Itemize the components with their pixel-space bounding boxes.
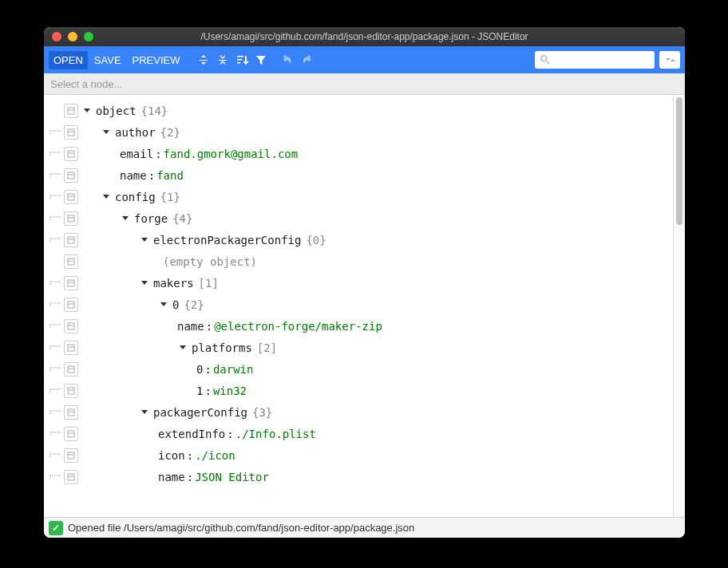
node-key[interactable]: forge <box>134 212 168 225</box>
context-menu-icon[interactable] <box>64 319 78 333</box>
drag-handle-icon[interactable] <box>49 427 61 441</box>
path-bar[interactable]: Select a node... <box>44 73 685 95</box>
context-menu-icon[interactable] <box>64 341 78 355</box>
node-key[interactable]: email <box>120 148 153 160</box>
tree-row[interactable]: 0{2} <box>47 294 673 315</box>
open-button[interactable]: OPEN <box>49 51 88 69</box>
node-key[interactable]: extendInfo <box>158 428 225 440</box>
expand-icon[interactable] <box>101 127 112 138</box>
expand-icon[interactable] <box>158 299 169 310</box>
context-menu-icon[interactable] <box>64 104 78 118</box>
node-key[interactable]: packagerConfig <box>153 406 247 419</box>
search-expand-icon[interactable] <box>659 51 680 69</box>
context-menu-icon[interactable] <box>64 233 78 247</box>
node-key[interactable]: name <box>120 169 147 182</box>
context-menu-icon[interactable] <box>64 254 78 269</box>
expand-icon[interactable] <box>139 278 150 289</box>
node-key[interactable]: author <box>115 126 156 139</box>
node-value[interactable]: @electron-forge/maker-zip <box>214 320 382 333</box>
tree-row[interactable]: packagerConfig{3} <box>47 401 673 423</box>
drag-handle-icon[interactable] <box>49 384 61 398</box>
node-value[interactable]: darwin <box>213 363 254 376</box>
node-value[interactable]: ./icon <box>195 449 235 462</box>
tree-row[interactable]: (empty object) <box>47 250 673 272</box>
drag-handle-icon[interactable] <box>49 168 61 183</box>
tree-row[interactable]: forge{4} <box>47 207 673 229</box>
drag-handle-icon[interactable] <box>49 362 61 377</box>
context-menu-icon[interactable] <box>64 276 78 290</box>
node-key[interactable]: platforms <box>192 341 252 354</box>
expand-icon[interactable] <box>139 235 150 246</box>
tree-row[interactable]: 1 : win32 <box>47 380 673 401</box>
drag-handle-icon[interactable] <box>49 298 61 312</box>
collapse-all-icon[interactable] <box>214 51 231 69</box>
drag-handle-icon[interactable] <box>49 233 61 247</box>
context-menu-icon[interactable] <box>64 470 78 484</box>
drag-handle-icon[interactable] <box>49 276 61 290</box>
context-menu-icon[interactable] <box>64 427 78 441</box>
tree-row[interactable]: name : @electron-forge/maker-zip <box>47 315 673 337</box>
node-key[interactable]: object <box>96 105 136 117</box>
context-menu-icon[interactable] <box>64 125 78 140</box>
scrollbar[interactable] <box>673 95 685 517</box>
minimize-window-icon[interactable] <box>68 32 77 41</box>
tree-row[interactable]: object{14} <box>47 100 673 121</box>
save-button[interactable]: SAVE <box>89 51 126 69</box>
node-value[interactable]: fand.gmork@gmail.com <box>164 148 299 160</box>
context-menu-icon[interactable] <box>64 168 78 183</box>
tree-row[interactable]: author{2} <box>47 121 673 143</box>
close-window-icon[interactable] <box>52 32 61 41</box>
drag-handle-icon[interactable] <box>49 470 61 484</box>
preview-button[interactable]: PREVIEW <box>128 51 185 69</box>
tree-row[interactable]: extendInfo : ./Info.plist <box>47 423 673 444</box>
drag-handle-icon[interactable] <box>49 319 61 333</box>
node-value[interactable]: fand <box>156 169 184 182</box>
tree-row[interactable]: email : fand.gmork@gmail.com <box>47 143 673 164</box>
node-value[interactable]: win32 <box>213 385 247 397</box>
node-key[interactable]: name <box>177 320 204 333</box>
undo-icon[interactable] <box>279 51 297 69</box>
redo-icon[interactable] <box>299 51 316 69</box>
scrollbar-thumb[interactable] <box>676 97 682 225</box>
maximize-window-icon[interactable] <box>84 32 93 41</box>
filter-icon[interactable] <box>252 51 270 69</box>
drag-handle-icon[interactable] <box>49 448 61 463</box>
node-key[interactable]: 0 <box>196 363 203 376</box>
node-key[interactable]: makers <box>153 277 194 290</box>
expand-icon[interactable] <box>81 105 93 116</box>
drag-handle-icon[interactable] <box>49 341 61 355</box>
node-key[interactable]: config <box>115 191 156 203</box>
tree-row[interactable]: makers[1] <box>47 272 673 294</box>
context-menu-icon[interactable] <box>64 448 78 463</box>
context-menu-icon[interactable] <box>64 384 78 398</box>
tree-row[interactable]: name : fand <box>47 164 673 186</box>
tree-row[interactable]: name : JSON Editor <box>47 466 673 487</box>
search-input[interactable] <box>535 51 655 69</box>
drag-handle-icon[interactable] <box>49 190 61 204</box>
drag-handle-icon[interactable] <box>49 405 61 420</box>
node-key[interactable]: 0 <box>172 298 179 311</box>
node-key[interactable]: icon <box>158 449 185 462</box>
context-menu-icon[interactable] <box>64 298 78 312</box>
tree-row[interactable]: electronPackagerConfig{0} <box>47 229 673 250</box>
context-menu-icon[interactable] <box>64 147 78 161</box>
context-menu-icon[interactable] <box>64 190 78 204</box>
tree-row[interactable]: 0 : darwin <box>47 358 673 380</box>
drag-handle-icon[interactable] <box>49 147 61 161</box>
node-value[interactable]: JSON Editor <box>195 471 269 483</box>
expand-icon[interactable] <box>120 213 131 224</box>
node-key[interactable]: 1 <box>196 385 203 397</box>
context-menu-icon[interactable] <box>64 405 78 420</box>
expand-icon[interactable] <box>177 342 188 353</box>
tree-row[interactable]: config{1} <box>47 186 673 207</box>
context-menu-icon[interactable] <box>64 211 78 226</box>
tree-row[interactable]: platforms[2] <box>47 337 673 358</box>
node-key[interactable]: name <box>158 471 185 483</box>
sort-icon[interactable] <box>233 51 251 69</box>
drag-handle-icon[interactable] <box>49 211 61 226</box>
expand-all-icon[interactable] <box>195 51 212 69</box>
context-menu-icon[interactable] <box>64 362 78 377</box>
drag-handle-icon[interactable] <box>49 125 61 140</box>
node-value[interactable]: ./Info.plist <box>235 428 316 440</box>
node-key[interactable]: electronPackagerConfig <box>153 234 301 247</box>
